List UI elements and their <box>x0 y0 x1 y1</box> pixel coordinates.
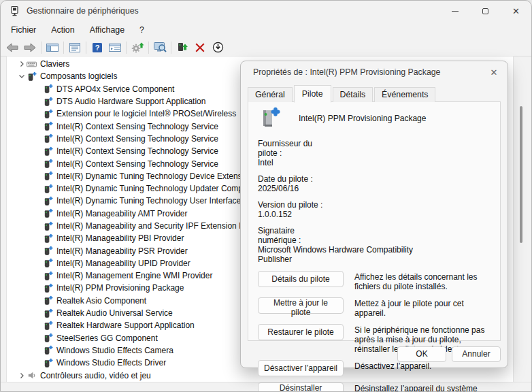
device-type-icon <box>43 109 54 119</box>
dialog-tab[interactable]: Événements <box>374 87 435 102</box>
back-button[interactable] <box>3 39 21 56</box>
device-type-icon <box>43 146 54 157</box>
scan-hardware-changes-button[interactable] <box>151 39 169 56</box>
tree-item-label: SteelSeries GG Component <box>54 333 158 343</box>
tree-item-label: Intel(R) Management Engine WMI Provider <box>54 271 212 280</box>
close-button[interactable]: ✕ <box>501 1 531 21</box>
uninstall-device-button[interactable] <box>191 39 209 56</box>
device-type-icon <box>43 221 54 231</box>
dialog-tab[interactable]: Général <box>248 87 293 102</box>
tree-item-label: Realtek Hardware Support Application <box>54 321 195 330</box>
device-type-icon <box>27 370 38 380</box>
update-driver-button[interactable] <box>129 39 146 56</box>
items-view-button[interactable] <box>106 39 124 56</box>
menu-affichage[interactable]: Affichage <box>82 22 132 37</box>
device-type-icon <box>43 283 54 293</box>
add-drivers-button[interactable] <box>173 39 191 56</box>
driver-action-button[interactable]: Détails du pilote <box>258 271 344 287</box>
device-type-icon <box>43 133 54 144</box>
device-type-icon <box>43 97 54 107</box>
device-type-icon <box>43 196 54 206</box>
chevron-icon[interactable] <box>16 372 27 379</box>
tree-item-label: Claviers <box>38 59 69 69</box>
field-value: Intel <box>258 158 425 167</box>
separator <box>86 42 86 54</box>
minimize-button[interactable] <box>439 1 470 21</box>
driver-info-fields: Fournisseur du pilote :Intel Date du pil… <box>258 139 495 264</box>
driver-action-description: Mettez à jour le pilote pour cet apparei… <box>344 297 495 318</box>
tree-item-label: Intel(R) Context Sensing Technology Serv… <box>54 146 218 156</box>
chevron-icon[interactable] <box>16 61 27 67</box>
field-label: Date du pilote : <box>258 174 334 184</box>
window-title: Gestionnaire de périphériques <box>27 6 139 16</box>
device-manager-icon <box>10 5 20 16</box>
dialog-tab[interactable]: Pilote <box>294 85 331 103</box>
vertical-scrollbar-thumb[interactable] <box>520 106 522 243</box>
field-row: Version du pilote :1.0.0.152 <box>258 200 495 219</box>
driver-actions: Détails du pilote Affichez les détails c… <box>258 271 495 392</box>
dialog-footer: OK Annuler <box>241 340 508 368</box>
device-manager-window: Gestionnaire de périphériques ✕ FichierA… <box>0 0 532 392</box>
ok-button[interactable]: OK <box>397 346 446 362</box>
dialog-title-bar: Propriétés de : Intel(R) PPM Provisionin… <box>241 61 508 83</box>
field-value: Microsoft Windows Hardware Compatibility… <box>258 245 425 264</box>
maximize-button[interactable] <box>470 1 501 21</box>
field-label: Version du pilote : <box>258 200 334 210</box>
tree-item-label: Intel(R) Dynamic Tuning Technology User … <box>54 196 271 206</box>
device-type-icon <box>43 159 54 169</box>
menu-bar: FichierActionAffichage? <box>1 21 531 39</box>
menu-help[interactable]: ? <box>132 22 152 37</box>
dialog-title: Propriétés de : Intel(R) PPM Provisionin… <box>253 67 440 77</box>
action-row: Détails du pilote Affichez les détails c… <box>258 271 495 291</box>
device-icon <box>258 106 282 131</box>
disable-device-button[interactable] <box>209 39 227 56</box>
device-type-icon <box>43 321 54 331</box>
show-hide-console-tree-button[interactable] <box>44 39 61 56</box>
driver-action-button[interactable]: Mettre à jour le pilote <box>258 297 344 314</box>
tree-item-label: Contrôleurs audio, vidéo et jeu <box>38 371 151 380</box>
help-button[interactable]: ? <box>88 39 106 56</box>
properties-dialog: Propriétés de : Intel(R) PPM Provisionin… <box>240 61 508 368</box>
device-type-icon <box>43 345 54 355</box>
field-value: 1.0.0.152 <box>258 210 425 219</box>
tree-item-label: Intel(R) Manageability AMT Provider <box>54 209 188 218</box>
tree-item-label: Intel(R) Manageability PSR Provider <box>54 246 188 256</box>
device-type-icon <box>43 308 54 318</box>
properties-button[interactable] <box>66 39 84 56</box>
cancel-button[interactable]: Annuler <box>452 346 501 362</box>
menu-fichier[interactable]: Fichier <box>3 22 44 37</box>
field-row: Fournisseur du pilote :Intel <box>258 139 495 167</box>
tree-item-label: Intel(R) Manageability and Security IPF … <box>54 221 269 231</box>
device-type-icon <box>43 208 54 218</box>
driver-action-button[interactable]: Restaurer le pilote <box>258 324 344 340</box>
driver-tab-page: Intel(R) PPM Provisioning Package Fourni… <box>248 101 501 341</box>
tree-item-label: Windows Studio Effects Camera <box>54 346 173 355</box>
forward-button[interactable] <box>21 39 39 56</box>
tree-item-label: Intel(R) PPM Provisioning Package <box>54 283 184 293</box>
device-type-icon <box>43 184 54 194</box>
device-type-icon <box>43 258 54 268</box>
device-type-icon <box>43 171 54 181</box>
field-row: Signataire numérique :Microsoft Windows … <box>258 226 495 264</box>
dialog-close-icon[interactable]: ✕ <box>480 61 508 83</box>
tree-item-label: Realtek Audio Universal Service <box>54 308 173 318</box>
device-type-icon <box>43 358 54 368</box>
tree-item-label: Intel(R) Context Sensing Technology Serv… <box>54 159 218 169</box>
title-bar: Gestionnaire de périphériques ✕ <box>1 1 531 21</box>
device-type-icon <box>43 84 54 94</box>
driver-action-button[interactable]: Désinstaller l’appareil <box>258 382 344 392</box>
svg-text:?: ? <box>95 44 100 52</box>
field-value: 2025/06/16 <box>258 184 425 193</box>
device-type-icon <box>27 71 38 82</box>
toolbar: ? <box>1 39 531 56</box>
device-header: Intel(R) PPM Provisioning Package <box>258 106 495 131</box>
dialog-tab[interactable]: Détails <box>333 87 373 102</box>
chevron-icon[interactable] <box>16 73 27 80</box>
separator <box>63 42 64 54</box>
device-type-icon <box>43 295 54 306</box>
driver-action-description: Désinstallez l’appareil du système (avan… <box>344 382 495 392</box>
menu-action[interactable]: Action <box>44 22 82 37</box>
tree-item-label: Extension pour le logiciel Intel® PROSet… <box>54 109 236 118</box>
device-type-icon <box>27 59 38 69</box>
device-type-icon <box>43 246 54 256</box>
